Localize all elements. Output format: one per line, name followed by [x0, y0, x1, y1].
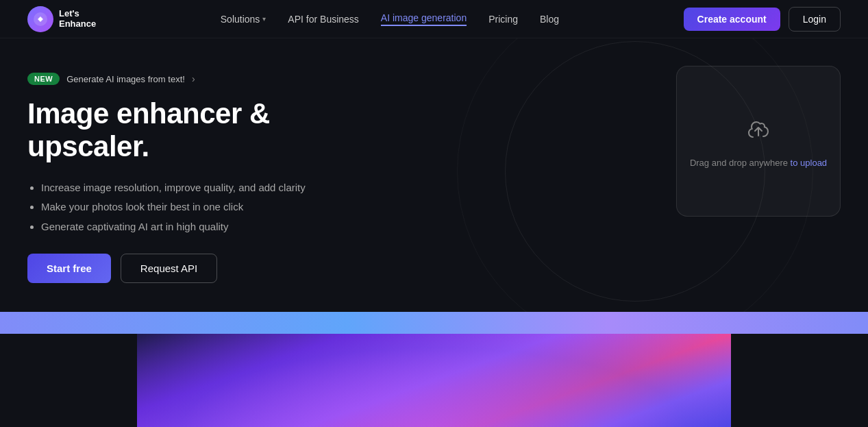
- bullet-2: Make your photos look their best in one …: [41, 199, 384, 215]
- logo-lets-text: Let's: [59, 9, 96, 19]
- nav-api-business[interactable]: API for Business: [288, 14, 359, 25]
- blue-accent-strip: [0, 312, 868, 334]
- nav-actions: Create account Login: [684, 7, 841, 32]
- hero-section: NEW Generate AI images from text! › Imag…: [0, 38, 868, 314]
- start-free-button[interactable]: Start free: [27, 254, 111, 283]
- hero-bullets: Increase image resolution, improve quali…: [27, 180, 384, 235]
- badge-text: Generate AI images from text!: [66, 74, 185, 84]
- chevron-down-icon: ▾: [262, 15, 266, 23]
- nav-links: Solutions ▾ API for Business AI image ge…: [221, 12, 559, 26]
- bullet-3: Generate captivating AI art in high qual…: [41, 219, 384, 235]
- upload-link[interactable]: to upload: [791, 158, 828, 168]
- nav-ai-image-gen[interactable]: AI image generation: [381, 12, 467, 26]
- new-badge: NEW: [27, 73, 60, 85]
- logo-text: Let's Enhance: [59, 9, 96, 29]
- bottom-section: [0, 312, 868, 427]
- upload-cloud-icon: [742, 115, 775, 148]
- preview-image-area: [137, 334, 731, 427]
- bullet-1: Increase image resolution, improve quali…: [41, 180, 384, 196]
- navbar: Let's Enhance Solutions ▾ API for Busine…: [0, 0, 868, 38]
- logo-icon: [27, 6, 53, 32]
- nav-blog[interactable]: Blog: [540, 14, 559, 25]
- create-account-button[interactable]: Create account: [684, 8, 780, 31]
- request-api-button[interactable]: Request API: [121, 254, 217, 283]
- logo[interactable]: Let's Enhance: [27, 6, 96, 32]
- svg-point-1: [39, 18, 42, 21]
- logo-enhance-text: Enhance: [59, 19, 96, 29]
- hero-title: Image enhancer & upscaler.: [27, 97, 384, 164]
- badge-row: NEW Generate AI images from text! ›: [27, 73, 384, 85]
- hero-buttons: Start free Request API: [27, 254, 384, 283]
- nav-solutions[interactable]: Solutions ▾: [221, 14, 266, 25]
- nav-pricing[interactable]: Pricing: [488, 14, 518, 25]
- login-button[interactable]: Login: [789, 7, 841, 32]
- upload-area[interactable]: Drag and drop anywhere to upload: [676, 66, 841, 217]
- hero-content: NEW Generate AI images from text! › Imag…: [27, 66, 384, 283]
- arrow-icon: ›: [192, 73, 195, 84]
- upload-text: Drag and drop anywhere to upload: [690, 158, 827, 168]
